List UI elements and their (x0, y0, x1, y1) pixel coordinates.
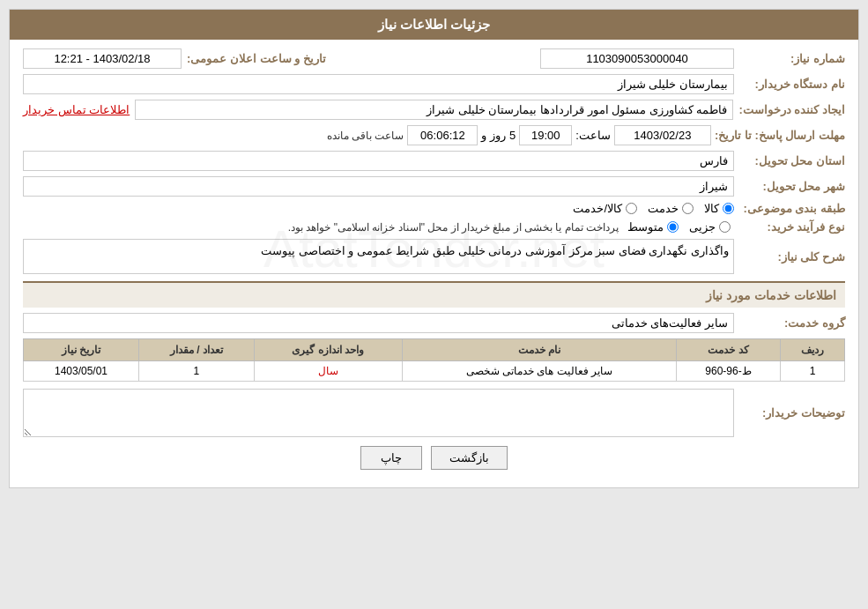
creator-link[interactable]: اطلاعات تماس خریدار (23, 103, 130, 116)
content-area: شماره نیاز: 1103090053000040 تاریخ و ساع… (10, 40, 858, 487)
col-name: نام خدمت (402, 339, 677, 361)
process-radio-group: جزیی متوسط (627, 220, 731, 234)
province-label: استان محل تحویل: (739, 154, 845, 167)
cell-date: 1403/05/01 (24, 361, 139, 382)
process-radio-medium[interactable] (667, 221, 679, 233)
response-deadline-row: مهلت ارسال پاسخ: تا تاریخ: 1403/02/23 سا… (23, 125, 845, 145)
button-row: بازگشت چاپ (23, 446, 845, 479)
cell-quantity: 1 (138, 361, 254, 382)
col-quantity: تعداد / مقدار (138, 339, 254, 361)
col-row: ردیف (780, 339, 844, 361)
need-number-label: شماره نیاز: (739, 52, 845, 65)
category-radio-service[interactable] (682, 203, 694, 214)
page-title: جزئیات اطلاعات نیاز (10, 10, 858, 40)
response-days-value: 5 (509, 129, 516, 142)
creator-row: ایجاد کننده درخواست: فاطمه کشاورزی مسئول… (23, 100, 845, 120)
category-label: طبقه بندی موضوعی: (739, 202, 845, 215)
cell-name: سایر فعالیت های خدماتی شخصی (402, 361, 677, 382)
category-option-both: کالا/خدمت (573, 202, 637, 215)
buyer-org-label: نام دستگاه خریدار: (739, 78, 845, 91)
category-label-goods: کالا (704, 202, 719, 215)
category-radio-both[interactable] (626, 203, 637, 214)
services-table-body: 1 ط-96-960 سایر فعالیت های خدماتی شخصی س… (24, 361, 845, 382)
service-group-value: سایر فعالیت‌های خدماتی (23, 313, 734, 333)
category-radio-group: کالا خدمت کالا/خدمت (573, 202, 734, 215)
buyer-notes-textarea[interactable] (23, 389, 734, 437)
col-code: کد خدمت (677, 339, 781, 361)
services-table-header: ردیف کد خدمت نام خدمت واحد اندازه گیری ت… (24, 339, 845, 361)
services-table: ردیف کد خدمت نام خدمت واحد اندازه گیری ت… (23, 338, 845, 382)
need-number-row: شماره نیاز: 1103090053000040 تاریخ و ساع… (23, 48, 845, 69)
cell-row: 1 (780, 361, 844, 382)
back-button[interactable]: بازگشت (431, 446, 508, 470)
city-label: شهر محل تحویل: (739, 180, 845, 193)
creator-value: فاطمه کشاورزی مسئول امور قراردادها بیمار… (135, 100, 733, 120)
process-label-medium: متوسط (627, 220, 664, 234)
process-option-medium: متوسط (627, 220, 679, 234)
description-value: واگذاری نگهداری فضای سبز مرکز آموزشی درم… (23, 239, 734, 274)
category-radio-goods[interactable] (723, 203, 734, 214)
creator-label: ایجاد کننده درخواست: (738, 103, 845, 116)
col-date: تاریخ نیاز (24, 339, 139, 361)
process-note: پرداخت تمام یا بخشی از مبلغ خریدار از مح… (288, 221, 619, 234)
description-row: شرح کلی نیاز: واگذاری نگهداری فضای سبز م… (23, 239, 845, 274)
col-unit: واحد اندازه گیری (254, 339, 402, 361)
category-option-goods: کالا (704, 202, 734, 215)
cell-unit: سال (254, 361, 402, 382)
category-option-service: خدمت (648, 202, 694, 215)
response-time-label: ساعت: (575, 129, 611, 142)
buyer-notes-label: توضیحات خریدار: (739, 406, 845, 420)
category-label-both: کالا/خدمت (573, 202, 622, 215)
province-row: استان محل تحویل: فارس (23, 151, 845, 171)
city-row: شهر محل تحویل: شیراز (23, 176, 845, 197)
need-number-value: 1103090053000040 (540, 48, 734, 69)
announcement-date-value: 1403/02/18 - 12:21 (23, 48, 182, 69)
remaining-time-value: 06:06:12 (407, 125, 478, 145)
category-label-service: خدمت (648, 202, 679, 215)
process-label: نوع فرآیند خرید: (739, 220, 845, 234)
buyer-org-value: بیمارستان خلیلی شیراز (23, 74, 734, 94)
buyer-notes-row: توضیحات خریدار: (23, 389, 845, 437)
print-button[interactable]: چاپ (360, 446, 422, 470)
province-value: فارس (23, 151, 734, 171)
response-days-label: روز و (481, 129, 506, 142)
remaining-time-label: ساعت باقی مانده (327, 130, 404, 142)
process-row: نوع فرآیند خرید: جزیی متوسط پرداخت تمام … (23, 220, 845, 234)
announcement-date-label: تاریخ و ساعت اعلان عمومی: (187, 52, 326, 65)
process-option-partial: جزیی (689, 220, 731, 234)
response-time-value: 19:00 (519, 125, 572, 145)
response-deadline-label: مهلت ارسال پاسخ: تا تاریخ: (715, 129, 845, 142)
table-row: 1 ط-96-960 سایر فعالیت های خدماتی شخصی س… (24, 361, 845, 382)
process-label-partial: جزیی (689, 220, 716, 234)
services-table-header-row: ردیف کد خدمت نام خدمت واحد اندازه گیری ت… (24, 339, 845, 361)
service-group-label: گروه خدمت: (739, 316, 845, 330)
main-container: AtatTender.net جزئیات اطلاعات نیاز شماره… (9, 9, 859, 488)
process-radio-partial[interactable] (719, 221, 731, 233)
description-label: شرح کلی نیاز: (739, 250, 845, 264)
services-section-header: اطلاعات خدمات مورد نیاز (23, 281, 845, 308)
cell-code: ط-96-960 (677, 361, 781, 382)
page-wrapper: AtatTender.net جزئیات اطلاعات نیاز شماره… (0, 0, 868, 609)
service-group-row: گروه خدمت: سایر فعالیت‌های خدماتی (23, 313, 845, 333)
response-date-value: 1403/02/23 (614, 125, 711, 145)
city-value: شیراز (23, 176, 734, 197)
category-row: طبقه بندی موضوعی: کالا خدمت کالا/خدمت (23, 202, 845, 215)
buyer-org-row: نام دستگاه خریدار: بیمارستان خلیلی شیراز (23, 74, 845, 94)
